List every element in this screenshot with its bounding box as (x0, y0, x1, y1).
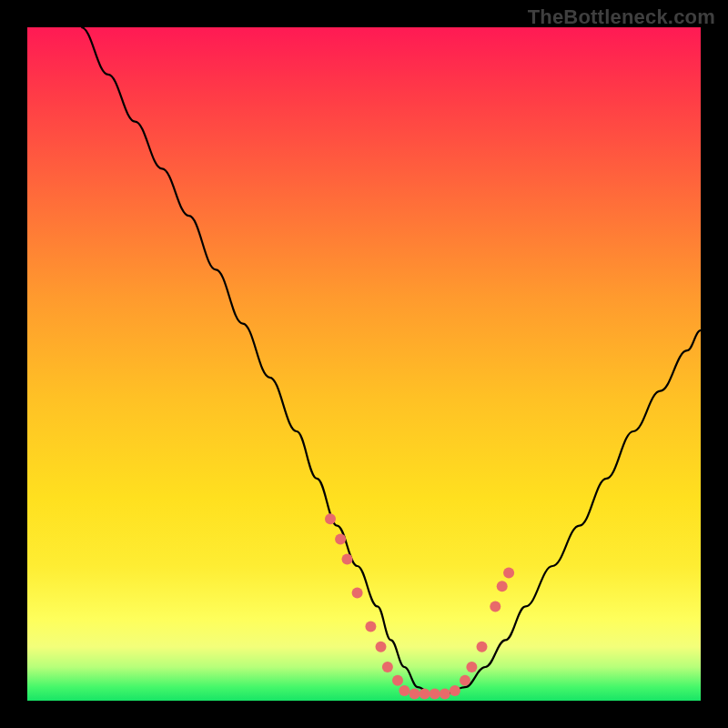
data-point (365, 622, 376, 632)
chart-frame: TheBottleneck.com (0, 0, 728, 728)
watermark-text: TheBottleneck.com (528, 5, 715, 29)
data-point (399, 685, 410, 696)
data-point (376, 642, 387, 652)
chart-plot-area (27, 27, 701, 701)
data-point (335, 533, 346, 544)
data-point (342, 554, 353, 565)
data-point (477, 642, 488, 652)
data-point (450, 685, 460, 696)
data-point (430, 689, 440, 700)
bottleneck-curve-path (81, 27, 701, 694)
data-point (325, 513, 336, 524)
data-point (420, 689, 430, 700)
data-point (460, 675, 470, 686)
data-point (392, 675, 403, 686)
data-point (497, 581, 508, 592)
data-points-group (325, 513, 514, 699)
data-point (440, 689, 450, 700)
data-point (382, 662, 393, 672)
data-point (410, 689, 420, 700)
data-point (503, 567, 514, 578)
chart-svg (27, 27, 701, 701)
data-point (466, 662, 477, 672)
data-point (352, 588, 363, 599)
data-point (490, 601, 500, 612)
